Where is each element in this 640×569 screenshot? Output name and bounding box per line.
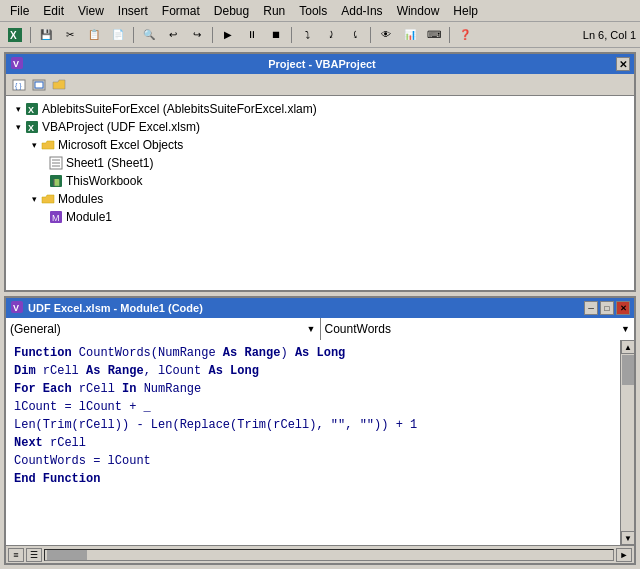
- scroll-right-btn[interactable]: ►: [616, 548, 632, 562]
- menu-edit[interactable]: Edit: [37, 2, 70, 20]
- view-full-btn[interactable]: ☰: [26, 548, 42, 562]
- svg-text:X: X: [10, 30, 17, 41]
- toolbar-save-btn[interactable]: 💾: [35, 25, 57, 45]
- menu-debug[interactable]: Debug: [208, 2, 255, 20]
- code-close-btn[interactable]: ✕: [616, 301, 630, 315]
- tree-item-ablebits[interactable]: ▾ X AblebitsSuiteForExcel (AblebitsSuite…: [8, 100, 632, 118]
- code-area: Function CountWords(NumRange As Range) A…: [6, 340, 634, 545]
- general-selector-label: (General): [10, 322, 61, 336]
- project-toolbar: { }: [6, 74, 634, 96]
- tree-label-modules: Modules: [58, 192, 103, 206]
- toolbar-redo-btn[interactable]: ↪: [186, 25, 208, 45]
- module-icon: M: [48, 209, 64, 225]
- toggle-folders-btn[interactable]: [50, 77, 68, 93]
- project-close-button[interactable]: ✕: [616, 57, 630, 71]
- toolbar-watch-btn[interactable]: 👁: [375, 25, 397, 45]
- tree-item-sheet1[interactable]: Sheet1 (Sheet1): [8, 154, 632, 172]
- code-title-icon: V: [10, 300, 24, 316]
- toolbar-cut-btn[interactable]: ✂: [59, 25, 81, 45]
- code-restore-btn[interactable]: □: [600, 301, 614, 315]
- code-editor[interactable]: Function CountWords(NumRange As Range) A…: [6, 340, 620, 545]
- toolbar-find-btn[interactable]: 🔍: [138, 25, 160, 45]
- svg-text:📗: 📗: [52, 178, 61, 187]
- tree-label-vbaproject: VBAProject (UDF Excel.xlsm): [42, 120, 200, 134]
- main-area: V Project - VBAProject ✕ { }: [0, 48, 640, 569]
- tree-label-sheet1: Sheet1 (Sheet1): [66, 156, 153, 170]
- expand-icon-ablebits: ▾: [12, 103, 24, 115]
- toolbar-sep-3: [212, 27, 213, 43]
- general-selector[interactable]: (General) ▼: [6, 318, 321, 340]
- tree-item-thisworkbook[interactable]: 📗 ThisWorkbook: [8, 172, 632, 190]
- svg-text:{ }: { }: [15, 82, 22, 90]
- view-proc-btn[interactable]: ≡: [8, 548, 24, 562]
- toolbar-sep-6: [449, 27, 450, 43]
- code-bottom-bar: ≡ ☰ ►: [6, 545, 634, 563]
- code-window-buttons: ─ □ ✕: [584, 301, 630, 315]
- toolbar-immediates-btn[interactable]: ⌨: [423, 25, 445, 45]
- toolbar-position: Ln 6, Col 1: [583, 29, 636, 41]
- scroll-down-btn[interactable]: ▼: [621, 531, 634, 545]
- excel-icon-ablebits: X: [24, 101, 40, 117]
- toolbar-stepout-btn[interactable]: ⤹: [344, 25, 366, 45]
- horiz-scroll-thumb[interactable]: [47, 550, 87, 560]
- tree-item-vbaproject[interactable]: ▾ X VBAProject (UDF Excel.xlsm): [8, 118, 632, 136]
- excel-icon-vbaproject: X: [24, 119, 40, 135]
- horiz-scrollbar[interactable]: [44, 549, 614, 561]
- code-scrollbar[interactable]: ▲ ▼: [620, 340, 634, 545]
- project-panel: V Project - VBAProject ✕ { }: [4, 52, 636, 292]
- svg-text:V: V: [13, 303, 19, 313]
- project-tree: ▾ X AblebitsSuiteForExcel (AblebitsSuite…: [6, 96, 634, 290]
- folder-icon-modules: [40, 191, 56, 207]
- menu-run[interactable]: Run: [257, 2, 291, 20]
- menu-addins[interactable]: Add-Ins: [335, 2, 388, 20]
- toolbar-run-btn[interactable]: ▶: [217, 25, 239, 45]
- toolbar-excel-btn[interactable]: X: [4, 25, 26, 45]
- project-title-label: Project - VBAProject: [268, 58, 376, 70]
- scroll-track: [621, 354, 634, 531]
- toolbar-pause-btn[interactable]: ⏸: [241, 25, 263, 45]
- project-title-icon: V: [10, 56, 24, 72]
- menu-view[interactable]: View: [72, 2, 110, 20]
- scroll-up-btn[interactable]: ▲: [621, 340, 634, 354]
- menu-bar: File Edit View Insert Format Debug Run T…: [0, 0, 640, 22]
- svg-text:V: V: [13, 59, 19, 69]
- toolbar-locals-btn[interactable]: 📊: [399, 25, 421, 45]
- toolbar-undo-btn[interactable]: ↩: [162, 25, 184, 45]
- menu-file[interactable]: File: [4, 2, 35, 20]
- general-selector-arrow: ▼: [307, 324, 316, 334]
- code-minimize-btn[interactable]: ─: [584, 301, 598, 315]
- expand-icon-vbaproject: ▾: [12, 121, 24, 133]
- toolbar-step-btn[interactable]: ⤵: [296, 25, 318, 45]
- toolbar-paste-btn[interactable]: 📄: [107, 25, 129, 45]
- svg-rect-7: [35, 82, 43, 88]
- toolbar-help-btn[interactable]: ❓: [454, 25, 476, 45]
- menu-insert[interactable]: Insert: [112, 2, 154, 20]
- tree-item-module1[interactable]: M Module1: [8, 208, 632, 226]
- svg-text:X: X: [28, 123, 34, 133]
- expand-icon-modules: ▾: [28, 193, 40, 205]
- toolbar-sep-4: [291, 27, 292, 43]
- menu-window[interactable]: Window: [391, 2, 446, 20]
- tree-label-module1: Module1: [66, 210, 112, 224]
- toolbar-copy-btn[interactable]: 📋: [83, 25, 105, 45]
- tree-item-modules[interactable]: ▾ Modules: [8, 190, 632, 208]
- expand-icon-excel-objects: ▾: [28, 139, 40, 151]
- view-object-btn[interactable]: [30, 77, 48, 93]
- proc-selector[interactable]: CountWords ▼: [321, 318, 635, 340]
- tree-label-excel-objects: Microsoft Excel Objects: [58, 138, 183, 152]
- scroll-thumb[interactable]: [622, 355, 634, 385]
- tree-label-ablebits: AblebitsSuiteForExcel (AblebitsSuiteForE…: [42, 102, 317, 116]
- toolbar-sep-1: [30, 27, 31, 43]
- toolbar-stop-btn[interactable]: ⏹: [265, 25, 287, 45]
- view-code-btn[interactable]: { }: [10, 77, 28, 93]
- code-selectors: (General) ▼ CountWords ▼: [6, 318, 634, 340]
- tree-item-excel-objects[interactable]: ▾ Microsoft Excel Objects: [8, 136, 632, 154]
- toolbar-sep-5: [370, 27, 371, 43]
- svg-text:M: M: [52, 213, 60, 223]
- menu-help[interactable]: Help: [447, 2, 484, 20]
- toolbar-stepover-btn[interactable]: ⤸: [320, 25, 342, 45]
- toolbar: X 💾 ✂ 📋 📄 🔍 ↩ ↪ ▶ ⏸ ⏹ ⤵ ⤸ ⤹ 👁 📊 ⌨ ❓ Ln 6…: [0, 22, 640, 48]
- code-title-bar: V UDF Excel.xlsm - Module1 (Code) ─ □ ✕: [6, 298, 634, 318]
- menu-tools[interactable]: Tools: [293, 2, 333, 20]
- menu-format[interactable]: Format: [156, 2, 206, 20]
